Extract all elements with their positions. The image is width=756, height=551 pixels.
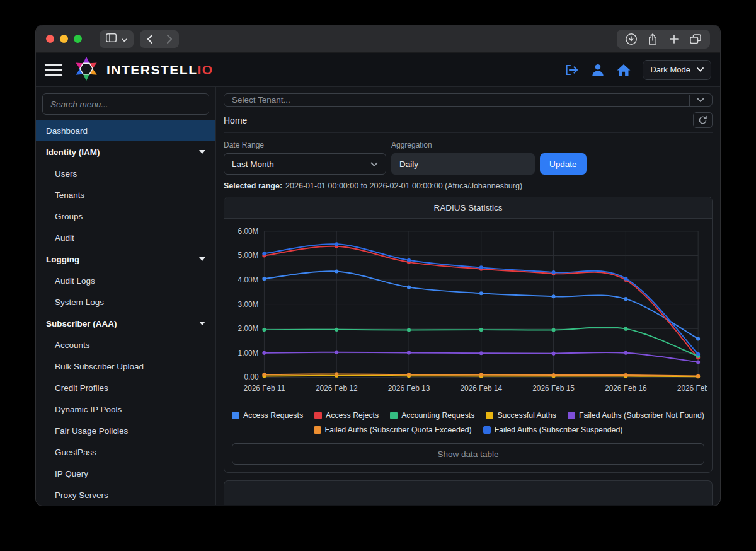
legend-item-failed-auths-subscriber-not-found[interactable]: Failed Auths (Subscriber Not Found) [568, 411, 704, 420]
sidebar-item-audit-logs[interactable]: Audit Logs [36, 270, 215, 291]
breadcrumb-home[interactable]: Home [224, 115, 247, 125]
svg-text:2026 Feb 16: 2026 Feb 16 [605, 384, 647, 393]
sidebar-item-dynamic-ip-pools[interactable]: Dynamic IP Pools [36, 398, 215, 420]
sidebar-item-label: Proxy Servers [55, 490, 108, 500]
sidebar-nav: DashboardIdentity (IAM)UsersTenantsGroup… [36, 120, 215, 505]
sidebar-item-label: Dashboard [46, 126, 88, 136]
legend-label: Failed Auths (Subscriber Quota Exceeded) [325, 426, 472, 434]
sidebar-item-audit[interactable]: Audit [36, 227, 215, 248]
show-data-table-button[interactable]: Show data table [232, 443, 704, 465]
chevron-down-icon [122, 33, 127, 45]
home-icon [616, 63, 631, 77]
sidebar-item-logging[interactable]: Logging [36, 248, 215, 270]
browser-window: INTERSTELLIO Dark Mode DashboardIdentity… [36, 25, 720, 506]
legend-item-failed-auths-subscriber-quota-exceeded[interactable]: Failed Auths (Subscriber Quota Exceeded) [314, 426, 472, 434]
refresh-icon [698, 115, 707, 125]
sidebar-item-guestpass[interactable]: GuestPass [36, 441, 215, 463]
sidebar-item-label: Credit Profiles [55, 383, 108, 393]
sidebar-item-groups[interactable]: Groups [36, 206, 215, 227]
back-button[interactable] [140, 30, 159, 48]
aggregation-value: Daily [399, 160, 418, 169]
svg-text:0.00: 0.00 [244, 373, 258, 382]
new-tab-button[interactable] [663, 30, 685, 49]
update-button[interactable]: Update [540, 153, 587, 175]
download-icon [625, 33, 638, 45]
legend-label: Access Requests [243, 411, 303, 420]
legend-item-accounting-requests[interactable]: Accounting Requests [390, 411, 474, 420]
sidebar-item-ip-query[interactable]: IP Query [36, 463, 215, 484]
sidebar-item-system-logs[interactable]: System Logs [36, 291, 215, 313]
sidebar-item-label: Bulk Subscriber Upload [55, 362, 144, 371]
minimize-window-button[interactable] [60, 35, 68, 43]
sidebar-item-label: IP Query [55, 469, 88, 478]
close-window-button[interactable] [46, 35, 54, 43]
svg-text:2026 Feb 11: 2026 Feb 11 [244, 384, 285, 393]
profile-button[interactable] [591, 63, 605, 77]
sidebar-item-label: System Logs [55, 298, 104, 307]
sidebar-item-credit-profiles[interactable]: Credit Profiles [36, 377, 215, 398]
sidebar-item-label: Users [55, 169, 77, 178]
fullscreen-window-button[interactable] [74, 35, 82, 43]
theme-mode-label: Dark Mode [650, 65, 690, 74]
home-button[interactable] [616, 63, 631, 77]
legend-label: Accounting Requests [401, 411, 474, 420]
app-header: INTERSTELLIO Dark Mode [36, 53, 720, 87]
legend-item-successful-auths[interactable]: Successful Auths [486, 411, 556, 420]
tab-overview-button[interactable] [685, 30, 706, 49]
legend-label: Failed Auths (Subscriber Not Found) [579, 411, 704, 420]
theme-mode-select[interactable]: Dark Mode [643, 60, 711, 80]
breadcrumb-bar: Home [224, 112, 713, 133]
sidebar-item-accounts[interactable]: Accounts [36, 334, 215, 356]
sidebar-panel-icon [106, 33, 117, 45]
legend-swatch [483, 426, 491, 434]
legend-item-access-rejects[interactable]: Access Rejects [314, 411, 379, 420]
main-content: Select Tenant... Home Date Range Last Mo… [216, 87, 720, 505]
chevron-down-icon [199, 322, 205, 325]
aggregation-select[interactable]: Daily [391, 153, 535, 175]
share-button[interactable] [642, 30, 663, 49]
sidebar-item-label: Groups [55, 212, 83, 221]
legend-label: Successful Auths [497, 411, 556, 420]
tenant-select[interactable]: Select Tenant... [224, 93, 713, 107]
svg-text:5.00M: 5.00M [238, 252, 259, 260]
sidebar-search-input[interactable] [42, 93, 209, 115]
selected-range-line: Selected range:2026-01-01 00:00:00 to 20… [224, 182, 713, 190]
radius-statistics-card: RADIUS Statistics 0.001.00M2.00M3.00M4.0… [224, 197, 713, 473]
sidebar-item-label: GuestPass [55, 448, 96, 457]
downloads-button[interactable] [621, 30, 642, 49]
browser-titlebar [36, 25, 720, 53]
card-title: RADIUS Statistics [224, 197, 712, 219]
forward-button[interactable] [159, 30, 179, 48]
sidebar-item-proxy-servers[interactable]: Proxy Servers [36, 484, 215, 505]
chevron-down-icon [199, 257, 205, 261]
svg-text:4.00M: 4.00M [238, 276, 259, 284]
sidebar: DashboardIdentity (IAM)UsersTenantsGroup… [36, 87, 216, 505]
plus-icon [669, 34, 679, 44]
next-card-stub [224, 480, 713, 505]
sidebar-item-label: Accounts [55, 340, 90, 350]
sidebar-item-dashboard[interactable]: Dashboard [36, 120, 215, 141]
date-range-select[interactable]: Last Month [224, 153, 386, 175]
sidebar-item-fair-usage-policies[interactable]: Fair Usage Policies [36, 420, 215, 441]
svg-text:3.00M: 3.00M [238, 300, 259, 309]
sidebar-item-users[interactable]: Users [36, 163, 215, 184]
legend-label: Failed Auths (Subscriber Suspended) [495, 426, 623, 434]
sidebar-item-identity-iam[interactable]: Identity (IAM) [36, 141, 215, 163]
legend-item-access-requests[interactable]: Access Requests [232, 411, 303, 420]
legend-swatch [232, 412, 239, 419]
sidebar-item-label: Logging [46, 255, 79, 264]
chart-legend: Access RequestsAccess RejectsAccounting … [224, 409, 712, 437]
sidebar-item-bulk-subscriber-upload[interactable]: Bulk Subscriber Upload [36, 356, 215, 377]
legend-swatch [314, 412, 322, 419]
brand-logo-link[interactable]: INTERSTELLIO [72, 55, 214, 85]
menu-button[interactable] [45, 64, 62, 76]
legend-item-failed-auths-subscriber-suspended[interactable]: Failed Auths (Subscriber Suspended) [483, 426, 623, 434]
radius-statistics-chart[interactable]: 0.001.00M2.00M3.00M4.00M5.00M6.00M2026 F… [229, 224, 707, 409]
chevron-left-icon [147, 34, 153, 44]
logout-button[interactable] [563, 63, 580, 77]
refresh-button[interactable] [693, 112, 713, 128]
sidebar-item-tenants[interactable]: Tenants [36, 184, 215, 206]
sidebar-item-label: Dynamic IP Pools [55, 405, 122, 414]
sidebar-toggle-button[interactable] [100, 30, 134, 48]
sidebar-item-subscriber-aaa[interactable]: Subscriber (AAA) [36, 313, 215, 334]
